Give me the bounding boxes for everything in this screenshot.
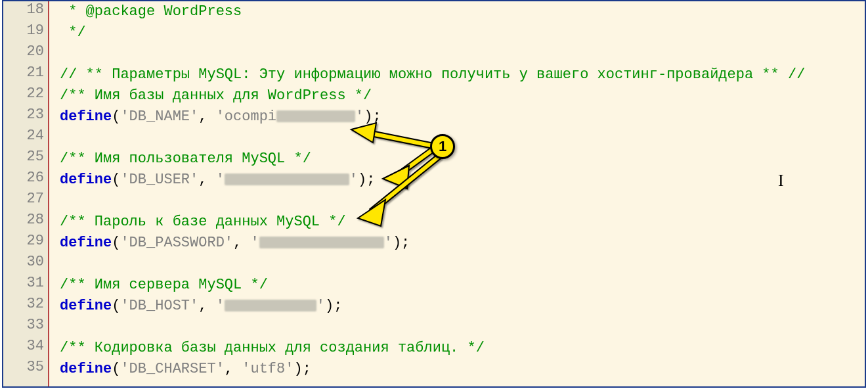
- editor-frame: 18 * @package WordPress19 */2021// ** Па…: [2, 0, 866, 388]
- svg-marker-2: [351, 123, 376, 143]
- annotation-badge-1: 1: [430, 134, 455, 159]
- annotation-arrow-icon: [3, 1, 866, 388]
- svg-line-1: [368, 133, 433, 146]
- svg-marker-8: [358, 200, 385, 226]
